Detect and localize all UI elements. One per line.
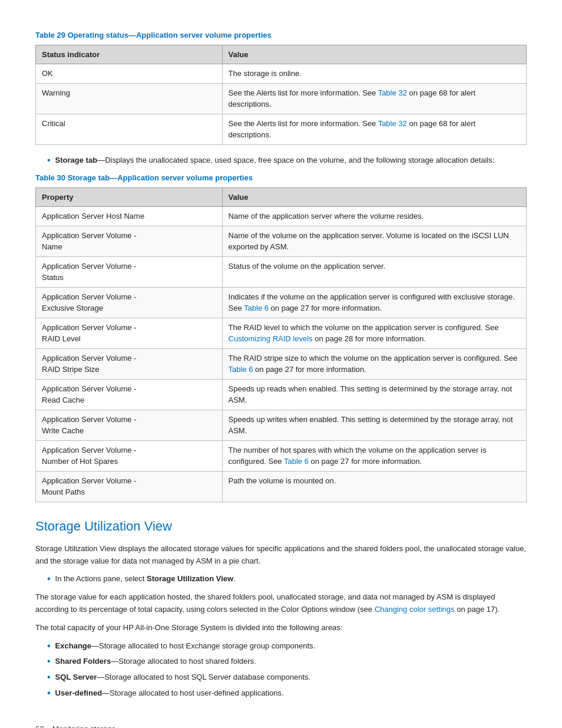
bullet-icon: •: [47, 671, 51, 684]
actions-bullet-text: In the Actions pane, select Storage Util…: [55, 573, 236, 585]
status-ok-value: The storage is online.: [222, 64, 526, 84]
footer-text: Monitoring storage: [52, 724, 116, 728]
val-read-cache: Speeds up reads when enabled. This setti…: [222, 379, 526, 410]
table-row: Application Server Volume -Name Name of …: [36, 226, 527, 256]
bullet-icon: •: [47, 573, 51, 585]
table-row: Application Server Volume -Write Cache S…: [36, 410, 527, 440]
list-item: • Shared Folders—Storage allocated to ho…: [47, 655, 527, 668]
bullet-icon: •: [47, 687, 51, 700]
list-item: • SQL Server—Storage allocated to host S…: [47, 671, 527, 684]
status-critical: Critical: [36, 114, 223, 144]
section-intro: Storage Utilization View displays the al…: [35, 543, 527, 568]
exchange-bullet: Exchange—Storage allocated to host Excha…: [55, 640, 316, 652]
table-row: OK The storage is online.: [36, 64, 527, 84]
status-ok: OK: [36, 64, 223, 84]
table-row: Application Server Volume -Exclusive Sto…: [36, 287, 527, 318]
table-row: Application Server Volume -RAID Stripe S…: [36, 348, 527, 379]
val-volume-status: Status of the volume on the application …: [222, 256, 526, 287]
section-heading: Storage Utilization View: [35, 516, 527, 536]
table30-header-property: Property: [36, 187, 223, 207]
table6-link-1[interactable]: Table 6: [244, 304, 269, 312]
val-exclusive-storage: Indicates if the volume on the applicati…: [222, 287, 526, 318]
table-row: Application Server Volume -Read Cache Sp…: [36, 379, 527, 410]
bullet-icon: •: [47, 655, 51, 668]
table-row: Application Server Volume -Status Status…: [36, 256, 527, 287]
prop-raid-stripe: Application Server Volume -RAID Stripe S…: [36, 348, 223, 379]
table30-title: Table 30 Storage tab—Application server …: [35, 172, 527, 184]
prop-volume-status: Application Server Volume -Status: [36, 256, 223, 287]
paragraph2: The storage value for each application h…: [35, 591, 527, 616]
storage-tab-bullet: • Storage tab—Displays the unallocated s…: [47, 154, 527, 167]
changing-color-link[interactable]: Changing color settings: [375, 605, 455, 614]
table32-link[interactable]: Table 32: [378, 88, 407, 97]
table-row: Critical See the Alerts list for more in…: [36, 114, 527, 144]
table29-title: Table 29 Operating status—Application se…: [35, 29, 527, 41]
prop-raid-level: Application Server Volume -RAID Level: [36, 318, 223, 348]
val-mount-paths: Path the volume is mounted on.: [222, 471, 526, 502]
bullet-icon: •: [47, 154, 51, 167]
val-host-name: Name of the application server where the…: [222, 207, 526, 226]
bullet-icon: •: [47, 640, 51, 653]
actions-bullet-section: • In the Actions pane, select Storage Ut…: [47, 573, 527, 585]
prop-mount-paths: Application Server Volume -Mount Paths: [36, 471, 223, 502]
table29-header-indicator: Status indicator: [36, 45, 223, 64]
user-defined-bullet: User-defined—Storage allocated to host u…: [55, 687, 284, 699]
paragraph3: The total capacity of your HP All-in-One…: [35, 622, 527, 634]
table-row: Application Server Volume -Number of Hot…: [36, 440, 527, 471]
val-raid-stripe: The RAID stripe size to which the volume…: [222, 348, 526, 379]
table-row: Application Server Volume -RAID Level Th…: [36, 318, 527, 348]
table32-link-2[interactable]: Table 32: [378, 119, 407, 128]
val-hot-spares: The number of hot spares with which the …: [222, 440, 526, 471]
storage-tab-text: Storage tab—Displays the unallocated spa…: [55, 154, 495, 166]
prop-host-name: Application Server Host Name: [36, 207, 223, 226]
status-warning: Warning: [36, 83, 223, 114]
table30-header-value: Value: [222, 187, 526, 207]
table-row: Warning See the Alerts list for more inf…: [36, 83, 527, 114]
list-item: • Exchange—Storage allocated to host Exc…: [47, 640, 527, 653]
prop-write-cache: Application Server Volume -Write Cache: [36, 410, 223, 440]
table29-header-value: Value: [222, 45, 526, 64]
table-row: Application Server Host Name Name of the…: [36, 207, 527, 226]
sql-server-bullet: SQL Server—Storage allocated to host SQL…: [55, 671, 311, 683]
val-write-cache: Speeds up writes when enabled. This sett…: [222, 410, 526, 440]
page-footer: 62 Monitoring storage: [35, 723, 527, 728]
status-warning-value: See the Alerts list for more information…: [222, 83, 526, 114]
prop-hot-spares: Application Server Volume -Number of Hot…: [36, 440, 223, 471]
shared-folders-bullet: Shared Folders—Storage allocated to host…: [55, 655, 256, 667]
list-item: • User-defined—Storage allocated to host…: [47, 687, 527, 700]
val-raid-level: The RAID level to which the volume on th…: [222, 318, 526, 348]
bullets-section: • Exchange—Storage allocated to host Exc…: [47, 640, 527, 700]
table-row: Application Server Volume -Mount Paths P…: [36, 471, 527, 502]
val-volume-name: Name of the volume on the application se…: [222, 226, 526, 256]
prop-volume-name: Application Server Volume -Name: [36, 226, 223, 256]
table6-link-3[interactable]: Table 6: [284, 457, 309, 466]
table6-link-2[interactable]: Table 6: [229, 365, 253, 374]
prop-read-cache: Application Server Volume -Read Cache: [36, 379, 223, 410]
customizing-raid-link[interactable]: Customizing RAID levels: [229, 334, 313, 343]
status-critical-value: See the Alerts list for more information…: [222, 114, 526, 144]
page-number: 62: [35, 724, 44, 728]
table30: Property Value Application Server Host N…: [35, 187, 527, 502]
table29: Status indicator Value OK The storage is…: [35, 45, 527, 145]
prop-exclusive-storage: Application Server Volume -Exclusive Sto…: [36, 287, 223, 318]
